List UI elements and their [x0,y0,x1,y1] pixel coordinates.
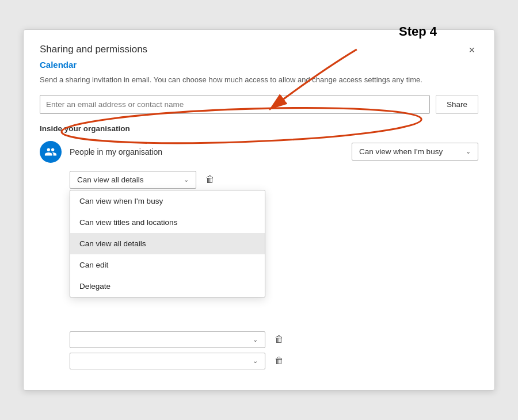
dropdown-item-2[interactable]: Can view all details [70,233,265,254]
email-row: Share [40,95,478,114]
permission-row-3: ⌄ 🗑 [70,353,478,369]
permission-dropdown-1[interactable]: Can view all details ⌄ [70,171,196,189]
dropdown-item-0[interactable]: Can view when I'm busy [70,190,265,212]
sharing-dialog: Step 4 Sharing and permissions × Calenda… [23,29,495,391]
dropdown-item-1[interactable]: Can view titles and locations [70,212,265,233]
permission-dropdown-2[interactable]: ⌄ [70,331,265,348]
chevron-down-icon: ⌄ [466,148,471,155]
dropdown-open-container: Can view all details ⌄ Can view when I'm… [70,171,196,189]
chevron-down-icon-1: ⌄ [184,176,189,184]
chevron-down-icon-3: ⌄ [253,357,258,365]
dropdown-menu: Can view when I'm busy Can view titles a… [70,190,265,297]
trash-button-3[interactable]: 🗑 [271,353,287,368]
org-permission-dropdown[interactable]: Can view when I'm busy ⌄ [352,143,478,161]
dialog-header: Sharing and permissions × [40,44,478,56]
org-icon [40,141,62,163]
step-annotation: Step 4 [399,24,437,39]
email-input[interactable] [40,95,430,114]
permission-rows: Can view all details ⌄ Can view when I'm… [70,171,478,374]
chevron-down-icon-2: ⌄ [253,336,258,343]
org-label: People in my organisation [70,147,344,156]
trash-button-1[interactable]: 🗑 [202,172,218,187]
dropdown-item-3[interactable]: Can edit [70,254,265,276]
trash-button-2[interactable]: 🗑 [271,332,287,347]
permission-value-1: Can view all details [77,175,144,184]
dialog-title: Sharing and permissions [40,44,147,55]
org-permission-value: Can view when I'm busy [359,147,443,156]
calendar-title: Calendar [40,60,478,70]
permission-row-2: ⌄ 🗑 [70,331,478,348]
permission-row-1: Can view all details ⌄ Can view when I'm… [70,171,478,189]
section-label: Inside your organisation [40,124,478,133]
step-label: Step 4 [399,24,437,39]
share-button[interactable]: Share [436,95,478,114]
org-row: People in my organisation Can view when … [40,141,478,163]
dropdown-item-4[interactable]: Delegate [70,276,265,297]
close-button[interactable]: × [465,44,478,56]
permission-dropdown-3[interactable]: ⌄ [70,353,265,369]
description: Send a sharing invitation in email. You … [40,74,478,86]
people-icon [44,146,57,158]
